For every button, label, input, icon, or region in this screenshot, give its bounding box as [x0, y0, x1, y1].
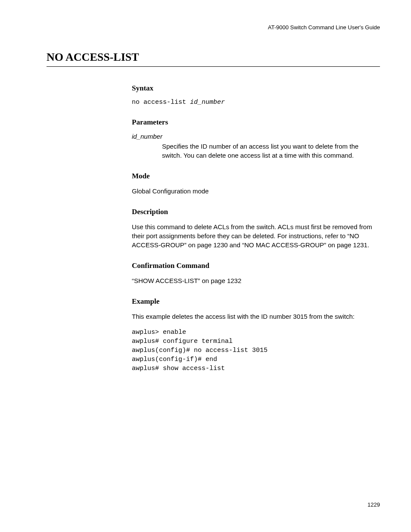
doc-header: AT-9000 Switch Command Line User's Guide	[268, 24, 380, 31]
syntax-cmd-prefix: no access-list	[132, 99, 190, 106]
page-title: NO ACCESS-LIST	[47, 51, 380, 67]
param-name: id_number	[132, 133, 380, 140]
confirmation-heading: Confirmation Command	[132, 261, 380, 270]
syntax-code: no access-list id_number	[132, 99, 380, 106]
mode-text: Global Configuration mode	[132, 187, 380, 196]
parameters-heading: Parameters	[132, 118, 380, 127]
example-heading: Example	[132, 297, 380, 306]
description-text: Use this command to delete ACLs from the…	[132, 222, 380, 249]
syntax-heading: Syntax	[132, 84, 380, 93]
mode-heading: Mode	[132, 172, 380, 180]
confirmation-text: “SHOW ACCESS-LIST” on page 1232	[132, 276, 380, 285]
syntax-cmd-arg: id_number	[190, 99, 225, 106]
page-number: 1229	[367, 501, 380, 508]
example-code: awplus> enable awplus# configure termina…	[132, 328, 380, 373]
param-desc: Specifies the ID number of an access lis…	[162, 142, 380, 160]
content-area: Syntax no access-list id_number Paramete…	[132, 84, 380, 373]
description-heading: Description	[132, 208, 380, 216]
example-intro: This example deletes the access list wit…	[132, 312, 380, 321]
